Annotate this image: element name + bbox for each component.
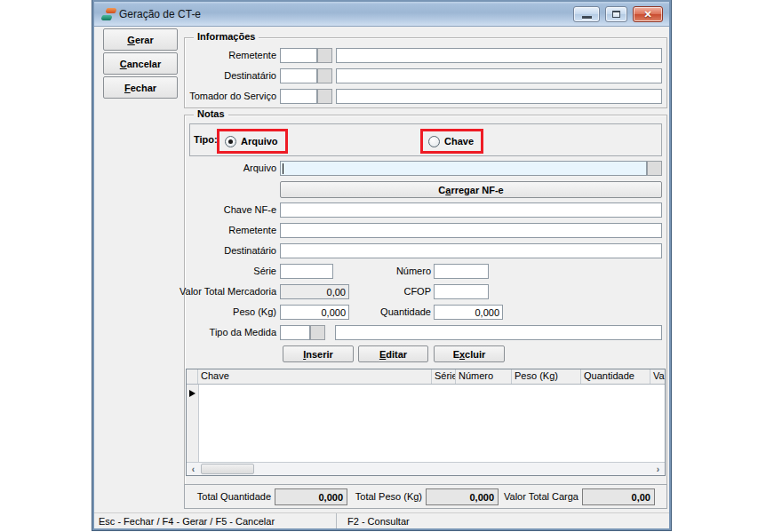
grid-header-valor[interactable]: Va <box>650 369 665 384</box>
grid-header: Chave Série Número Peso (Kg) Quantidade … <box>187 369 665 385</box>
totals-panel: Total Quantidade 0,000 Total Peso (Kg) 0… <box>184 484 667 509</box>
remetente-name-input[interactable] <box>336 48 662 63</box>
screenshot-canvas: Geração de CT-e ✕ Gerar Cancelar Fechar … <box>0 0 766 532</box>
total-peso-label: Total Peso (Kg) <box>351 488 422 505</box>
radio-chave[interactable] <box>428 136 440 147</box>
status-panel-shortcuts: Esc - Fechar / F4 - Gerar / F5 - Cancela… <box>94 513 337 528</box>
valor-total-carga-label: Valor Total Carga <box>498 488 578 505</box>
radio-arquivo[interactable] <box>225 136 236 147</box>
tipo-label: Tipo: <box>194 134 218 145</box>
logo-orange-swoosh-icon <box>104 8 117 13</box>
window-title: Geração de CT-e <box>119 8 201 20</box>
destinatario-label: Destinatário <box>184 68 276 83</box>
carregar-nfe-button[interactable]: Carregar NF-e <box>280 181 662 198</box>
serie-input[interactable] <box>280 264 333 279</box>
scroll-right-icon[interactable]: › <box>651 463 665 475</box>
close-icon: ✕ <box>643 10 651 20</box>
arquivo-label: Arquivo <box>184 161 276 176</box>
grid-header-serie[interactable]: Série <box>432 369 456 384</box>
scrollbar-thumb[interactable] <box>201 464 254 474</box>
destinatario-code-input[interactable] <box>280 68 317 83</box>
cfop-label: CFOP <box>369 284 431 299</box>
gerar-button[interactable]: Gerar <box>103 28 178 51</box>
serie-label: Série <box>184 264 276 279</box>
grid-header-numero[interactable]: Número <box>456 369 512 384</box>
nota-destinatario-label: Destinatário <box>184 243 276 258</box>
current-row-arrow-icon <box>189 390 195 397</box>
tomador-name-input[interactable] <box>336 89 662 104</box>
radio-chave-label: Chave <box>444 136 474 147</box>
status-bar: Esc - Fechar / F4 - Gerar / F5 - Cancela… <box>94 512 669 528</box>
tipo-panel: Tipo: Arquivo Chave <box>189 123 662 156</box>
grid-header-chave[interactable]: Chave <box>198 369 432 384</box>
maximize-button[interactable] <box>605 6 627 22</box>
fechar-button[interactable]: Fechar <box>103 76 178 99</box>
annotation-box-chave: Chave <box>420 129 483 154</box>
minimize-button[interactable] <box>573 6 600 22</box>
close-button[interactable]: ✕ <box>633 6 663 22</box>
valor-total-mercadoria-label: Valor Total Mercadoria <box>180 284 276 299</box>
numero-input[interactable] <box>434 264 489 279</box>
notas-legend: Notas <box>194 108 228 119</box>
grid-horizontal-scrollbar[interactable]: ‹ › <box>187 462 665 475</box>
editar-button[interactable]: Editar <box>358 345 428 362</box>
cfop-input[interactable] <box>434 284 489 299</box>
destinatario-lookup-button[interactable] <box>317 68 332 83</box>
valor-total-carga-value: 0,00 <box>582 488 655 505</box>
tipo-medida-lookup-button[interactable] <box>310 325 325 340</box>
remetente-label: Remetente <box>184 48 276 63</box>
grid-row-indicator-column <box>187 385 199 462</box>
quantidade-input[interactable] <box>434 305 503 320</box>
minimize-icon <box>582 16 592 19</box>
peso-label: Peso (Kg) <box>184 305 276 320</box>
tomador-label: Tomador do Serviço <box>184 89 276 104</box>
valor-total-mercadoria-input[interactable] <box>280 284 349 299</box>
nota-remetente-input[interactable] <box>280 223 662 238</box>
total-quantidade-value: 0,000 <box>275 488 347 505</box>
informacoes-legend: Informações <box>194 31 259 42</box>
grid-header-indicator <box>187 369 198 384</box>
total-peso-value: 0,000 <box>426 488 499 505</box>
radio-arquivo-label: Arquivo <box>241 136 278 147</box>
app-logo-icon <box>101 7 116 21</box>
grid-header-peso[interactable]: Peso (Kg) <box>512 369 581 384</box>
logo-teal-swoosh-icon <box>100 15 113 20</box>
chave-nfe-input[interactable] <box>280 202 662 218</box>
peso-input[interactable] <box>280 305 349 320</box>
quantidade-label: Quantidade <box>369 305 431 320</box>
nfe-grid[interactable]: Chave Série Número Peso (Kg) Quantidade … <box>186 369 666 476</box>
text-caret <box>283 163 283 174</box>
total-quantidade-label: Total Quantidade <box>187 488 271 505</box>
chave-nfe-label: Chave NF-e <box>184 202 276 218</box>
tomador-lookup-button[interactable] <box>317 89 332 104</box>
numero-label: Número <box>369 264 431 279</box>
tipo-medida-code-input[interactable] <box>280 325 310 340</box>
arquivo-input[interactable] <box>280 161 647 176</box>
inserir-button[interactable]: Inserir <box>283 345 354 362</box>
app-window: Geração de CT-e ✕ Gerar Cancelar Fechar … <box>92 0 671 530</box>
nota-remetente-label: Remetente <box>184 223 276 238</box>
annotation-box-arquivo: Arquivo <box>217 129 288 154</box>
grid-header-quantidade[interactable]: Quantidade <box>581 369 650 384</box>
destinatario-name-input[interactable] <box>336 68 662 83</box>
nota-destinatario-input[interactable] <box>280 243 662 258</box>
status-panel-consultar: F2 - Consultar <box>337 516 410 527</box>
tipo-medida-desc-input[interactable] <box>335 325 662 340</box>
remetente-lookup-button[interactable] <box>317 48 332 63</box>
scroll-left-icon[interactable]: ‹ <box>187 463 200 475</box>
excluir-button[interactable]: Excluir <box>434 345 505 362</box>
maximize-icon <box>612 11 620 18</box>
tipo-medida-label: Tipo da Medida <box>184 325 276 340</box>
remetente-code-input[interactable] <box>280 48 317 63</box>
tomador-code-input[interactable] <box>280 89 317 104</box>
arquivo-browse-button[interactable] <box>647 161 662 176</box>
cancelar-button[interactable]: Cancelar <box>103 52 178 75</box>
title-bar[interactable]: Geração de CT-e ✕ <box>94 2 669 27</box>
